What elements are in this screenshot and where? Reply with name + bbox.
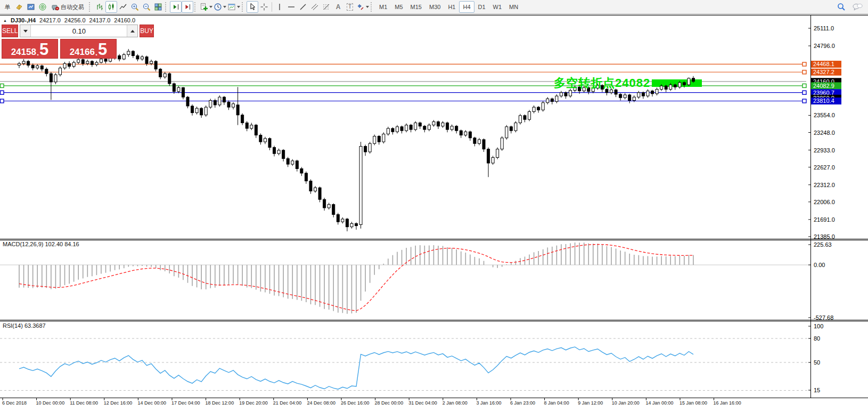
pivot-annotation-text[interactable]: 多空转折点24082 — [554, 75, 650, 91]
autotrading-button[interactable]: 自动交易 — [48, 1, 88, 13]
volume-decrease-button[interactable] — [20, 25, 31, 37]
volume-input[interactable] — [31, 25, 127, 37]
indicators-button[interactable] — [199, 1, 213, 13]
toolbar-grip — [165, 2, 168, 12]
chart-plot[interactable]: 25111.024796.023554.023248.022933.022627… — [0, 0, 868, 412]
template-icon — [227, 3, 236, 11]
timeframe-m30-button[interactable]: M30 — [425, 1, 444, 13]
timeframe-m1-button[interactable]: M1 — [375, 1, 391, 13]
candle-body — [186, 97, 189, 106]
candle-body — [482, 140, 485, 149]
line-handle-left[interactable] — [1, 84, 4, 87]
horizontal-line-icon — [287, 3, 296, 11]
candle-body — [168, 74, 171, 84]
buy-price-dot: . — [95, 49, 97, 56]
line-chart-mode-button[interactable] — [117, 1, 129, 13]
tile-windows-button[interactable] — [152, 1, 164, 13]
candle-body — [314, 188, 317, 191]
time-axis-label: 2 Jan 08:00 — [443, 400, 468, 406]
chat-button[interactable] — [851, 1, 863, 13]
candlestick-mode-button[interactable] — [105, 1, 117, 13]
candle-body — [414, 123, 417, 130]
zoom-in-button[interactable] — [129, 1, 141, 13]
templates-button[interactable] — [227, 1, 241, 13]
price-line-tag: 23810.4 — [813, 98, 834, 104]
candle-body — [264, 139, 266, 142]
autotrading-robot-icon — [51, 3, 60, 11]
trendline-tool-button[interactable] — [297, 1, 309, 13]
candle-body — [236, 105, 239, 115]
candle-body — [359, 147, 362, 225]
candle-body — [642, 93, 644, 96]
history-book-button[interactable] — [13, 1, 25, 13]
line-handle-right[interactable] — [803, 99, 806, 103]
text-tool-button[interactable]: A — [332, 1, 344, 13]
zoom-out-button[interactable] — [141, 1, 152, 13]
timeframe-m5-button[interactable]: M5 — [391, 1, 406, 13]
line-handle-left[interactable] — [1, 99, 4, 103]
crosshair-tool-button[interactable] — [258, 1, 270, 13]
candle-body — [150, 61, 153, 63]
price-line-tags: 24468.124327.224160.024082.923960.723860… — [811, 61, 841, 104]
candle-body — [177, 87, 180, 91]
candlestick-icon — [107, 3, 116, 11]
channel-tool-button[interactable] — [309, 1, 321, 13]
search-button[interactable] — [836, 1, 847, 13]
market-watch-button[interactable] — [25, 1, 37, 13]
label-tool-button[interactable]: T — [344, 1, 356, 13]
time-axis-label: 6 Dec 2018 — [2, 400, 27, 406]
timeframe-d1-button[interactable]: D1 — [474, 1, 489, 13]
timeframe-w1-button[interactable]: W1 — [489, 1, 506, 13]
horizontal-line-tool-button[interactable] — [285, 1, 297, 13]
candle-body — [163, 74, 166, 77]
vertical-line-tool-button[interactable] — [274, 1, 285, 13]
auto-scroll-button[interactable] — [182, 1, 193, 13]
candle-body — [514, 123, 517, 131]
new-order-button[interactable]: 单 — [2, 1, 13, 13]
fibonacci-tool-button[interactable] — [321, 1, 332, 13]
periods-button[interactable] — [213, 1, 227, 13]
timeframe-mn-button[interactable]: MN — [505, 1, 522, 13]
time-axis-label: 17 Dec 04:00 — [171, 400, 200, 406]
candle-body — [451, 126, 453, 130]
toolbar-grip — [242, 2, 244, 12]
candle-body — [492, 158, 494, 163]
timeframe-m15-button[interactable]: M15 — [407, 1, 425, 13]
line-handle-right[interactable] — [803, 91, 806, 94]
timeframe-h4-button[interactable]: H4 — [459, 1, 474, 13]
sell-button[interactable]: SELL — [2, 25, 18, 37]
mt4-terminal: 25111.024796.023554.023248.022933.022627… — [0, 0, 868, 412]
collapse-arrow-icon[interactable]: ▲ — [3, 19, 7, 22]
candle-body — [660, 86, 663, 89]
line-handle-right[interactable] — [803, 84, 806, 87]
buy-price-pip: 5 — [98, 43, 107, 56]
price-scale-tick: 24796.0 — [814, 43, 835, 49]
rsi-scale-label: 15 — [814, 387, 820, 393]
chart-shift-button[interactable] — [170, 1, 182, 13]
line-handle-right[interactable] — [803, 62, 806, 66]
time-axis-label: 14 Jan 00:00 — [645, 400, 673, 406]
buy-price-box[interactable]: 24166 . 5 — [60, 39, 117, 59]
arrows-tool-button[interactable] — [356, 1, 370, 13]
signals-button[interactable] — [37, 1, 48, 13]
bar-chart-mode-button[interactable] — [94, 1, 105, 13]
buy-button[interactable]: BUY — [140, 25, 154, 37]
rsi-scale-label: 80 — [814, 335, 820, 342]
price-scale-tick: 22312.0 — [814, 182, 835, 188]
candle-body — [291, 161, 294, 164]
candle-body — [656, 89, 658, 93]
timeframe-h1-button[interactable]: H1 — [444, 1, 459, 13]
candle-body — [255, 125, 257, 135]
buy-label: BUY — [140, 27, 153, 35]
candle-body — [286, 159, 289, 164]
candle-body — [537, 107, 540, 110]
candle-body — [77, 60, 80, 62]
candle-body — [400, 127, 403, 131]
candle-body — [245, 123, 248, 128]
line-handle-left[interactable] — [1, 91, 4, 94]
crosshair-icon — [260, 3, 268, 11]
line-handle-right[interactable] — [803, 70, 806, 74]
sell-price-box[interactable]: 24158 . 5 — [2, 39, 58, 59]
cursor-tool-button[interactable] — [247, 1, 258, 13]
volume-increase-button[interactable] — [127, 25, 137, 37]
